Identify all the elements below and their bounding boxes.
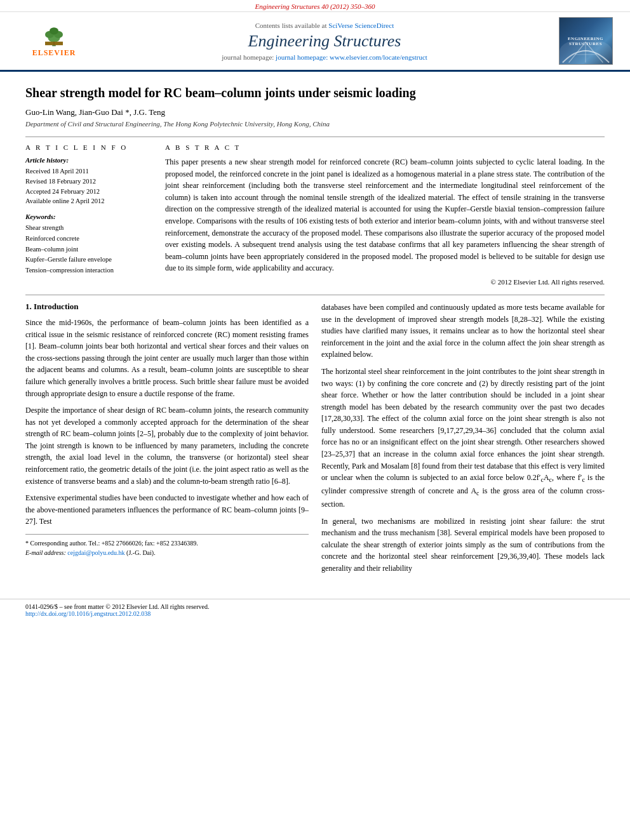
footnote-section: * Corresponding author. Tel.: +852 27666…: [25, 534, 309, 557]
intro-heading: 1. Introduction: [25, 302, 309, 312]
journal-header: ELSEVIER Contents lists available at Sci…: [0, 12, 630, 72]
doi-line[interactable]: http://dx.doi.org/10.1016/j.engstruct.20…: [25, 610, 605, 617]
affiliation: Department of Civil and Structural Engin…: [25, 120, 605, 128]
keywords-label: Keywords:: [25, 213, 152, 220]
intro-paragraph-3: Extensive experimental studies have been…: [25, 492, 309, 528]
article-content: Shear strength model for RC beam–column …: [0, 72, 630, 592]
bottom-bar: 0141-0296/$ – see front matter © 2012 El…: [0, 599, 630, 621]
article-info-label: A R T I C L E I N F O: [25, 143, 152, 151]
issn-line: 0141-0296/$ – see front matter © 2012 El…: [25, 603, 605, 610]
publisher-logo-area: ELSEVIER: [13, 25, 95, 58]
right-paragraph-1: databases have been compiled and continu…: [321, 302, 605, 361]
elsevier-tree-icon: [35, 25, 73, 47]
keyword-4: Kupfer–Gerstle failure envelope: [25, 255, 152, 265]
journal-cover-area: ENGINEERING STRUCTURES: [554, 17, 617, 65]
right-paragraph-3: In general, two mechanisms are mobilized…: [321, 516, 605, 575]
journal-citation: Engineering Structures 40 (2012) 350–360: [0, 0, 630, 12]
article-info-column: A R T I C L E I N F O Article history: R…: [25, 143, 152, 286]
section-divider: [25, 295, 605, 295]
intro-left-column: 1. Introduction Since the mid-1960s, the…: [25, 302, 309, 580]
intro-title: Introduction: [34, 302, 79, 311]
copyright-line: © 2012 Elsevier Ltd. All rights reserved…: [165, 278, 605, 286]
available-date: Available online 2 April 2012: [25, 196, 152, 206]
right-paragraph-2: The horizontal steel shear reinforcement…: [321, 366, 605, 510]
abstract-label: A B S T R A C T: [165, 143, 605, 151]
received-date: Received 18 April 2011: [25, 166, 152, 177]
journal-title-section: Contents lists available at SciVerse Sci…: [95, 22, 554, 61]
accepted-date: Accepted 24 February 2012: [25, 187, 152, 197]
elsevier-brand: ELSEVIER: [32, 48, 76, 58]
cover-title-bottom: STRUCTURES: [569, 41, 602, 46]
info-abstract-section: A R T I C L E I N F O Article history: R…: [25, 137, 605, 286]
intro-right-column: databases have been compiled and continu…: [321, 302, 605, 580]
intro-paragraph-1: Since the mid-1960s, the performance of …: [25, 317, 309, 399]
footnote-corresponding: * Corresponding author. Tel.: +852 27666…: [25, 538, 309, 548]
keyword-3: Beam–column joint: [25, 244, 152, 255]
journal-title: Engineering Structures: [95, 32, 554, 51]
footnote-email: E-mail address: cejgdai@polyu.edu.hk (J.…: [25, 548, 309, 557]
cover-title-top: ENGINEERING: [568, 36, 603, 41]
abstract-text: This paper presents a new shear strength…: [165, 156, 605, 274]
history-label: Article history:: [25, 156, 152, 164]
introduction-section: 1. Introduction Since the mid-1960s, the…: [25, 302, 605, 580]
author-names: Guo-Lin Wang, Jian-Guo Dai *, J.G. Teng: [25, 107, 165, 117]
intro-number: 1.: [25, 302, 34, 311]
svg-point-4: [50, 27, 58, 34]
revised-date: Revised 18 February 2012: [25, 177, 152, 187]
authors-line: Guo-Lin Wang, Jian-Guo Dai *, J.G. Teng: [25, 107, 605, 117]
journal-cover-image: ENGINEERING STRUCTURES: [559, 17, 613, 65]
keyword-2: Reinforced concrete: [25, 234, 152, 244]
keyword-1: Shear strength: [25, 223, 152, 234]
sciverse-link[interactable]: SciVerse ScienceDirect: [328, 22, 394, 29]
intro-paragraph-2: Despite the importance of shear design o…: [25, 404, 309, 487]
journal-homepage: journal homepage: journal homepage: www.…: [95, 53, 554, 61]
sciverse-line: Contents lists available at SciVerse Sci…: [95, 22, 554, 29]
abstract-column: A B S T R A C T This paper presents a ne…: [165, 143, 605, 286]
keyword-5: Tension–compression interaction: [25, 265, 152, 276]
homepage-link[interactable]: journal homepage: www.elsevier.com/locat…: [276, 53, 427, 61]
article-title: Shear strength model for RC beam–column …: [25, 84, 605, 101]
